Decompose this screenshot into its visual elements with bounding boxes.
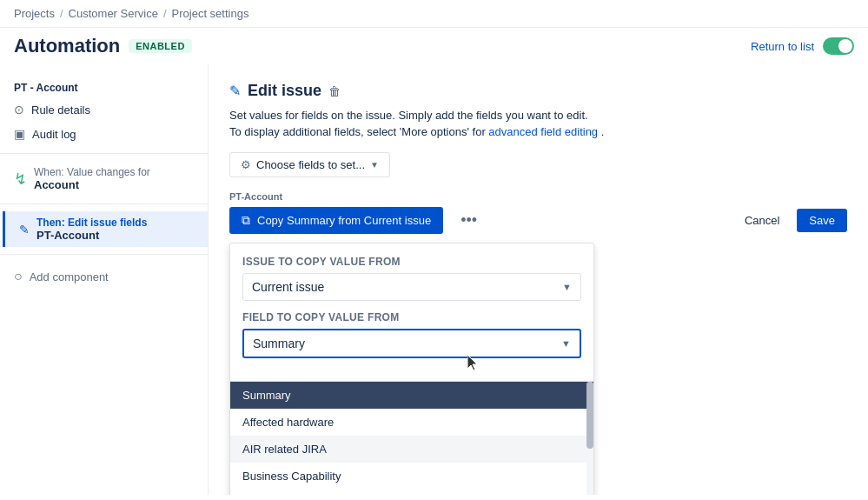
circle-icon: ⊙ (14, 103, 24, 117)
when-label: When: Value changes for (34, 166, 150, 178)
lightning-icon: ↯ (14, 170, 27, 189)
pt-account-label: PT-Account (229, 191, 720, 202)
copy-icon: ⧉ (242, 213, 250, 228)
sidebar-item-label: Rule details (31, 103, 90, 117)
field-value-select[interactable]: Summary ▼ (242, 329, 581, 358)
sidebar-when-component[interactable]: ↯ When: Value changes for Account (0, 161, 208, 197)
description-line1: Set values for fields on the issue. Simp… (229, 109, 847, 122)
dropdown-item-air-related[interactable]: AIR related JIRA (230, 436, 593, 463)
breadcrumb-project-settings[interactable]: Project settings (172, 7, 249, 20)
field-to-copy-label: Field to copy value from (242, 311, 581, 323)
field-value: Summary (253, 337, 305, 350)
automation-toggle[interactable] (823, 37, 854, 55)
sidebar-item-rule-details[interactable]: ⊙ Rule details (0, 97, 208, 122)
dropdown-list: Summary Affected hardware AIR related JI… (230, 381, 593, 495)
current-issue-value: Current issue (252, 280, 324, 294)
return-to-list-link[interactable]: Return to list (751, 40, 814, 53)
pencil-sidebar-icon: ✎ (19, 223, 30, 237)
breadcrumb-projects[interactable]: Projects (14, 7, 55, 20)
when-sub: Account (34, 178, 150, 191)
action-buttons: Cancel Save (734, 191, 847, 232)
description-line2: To display additional fields, select 'Mo… (229, 125, 847, 138)
advanced-field-editing-link[interactable]: advanced field editing (488, 125, 598, 138)
pencil-header-icon: ✎ (229, 83, 241, 99)
edit-issue-title: Edit issue (248, 82, 321, 100)
breadcrumb-sep-2: / (163, 7, 167, 20)
cancel-button[interactable]: Cancel (734, 209, 790, 232)
copy-summary-button[interactable]: ⧉ Copy Summary from Current issue (229, 207, 443, 234)
gear-icon: ⚙ (241, 158, 251, 171)
dropdown-item-business-capability[interactable]: Business Capability (230, 463, 593, 490)
caret-down-icon: ▼ (562, 282, 572, 292)
dropdown-panel: Issue to copy value from Current issue ▼… (229, 243, 594, 495)
field-caret-icon: ▼ (561, 338, 571, 349)
page-title: Automation (14, 35, 120, 57)
page-header: Automation ENABLED Return to list (0, 28, 868, 64)
issue-to-copy-label: Issue to copy value from (242, 256, 581, 268)
dropdown-item-case[interactable]: Case (230, 490, 593, 495)
sidebar-item-label: Audit log (32, 128, 76, 141)
scrollbar-track[interactable] (586, 382, 593, 495)
save-button[interactable]: Save (797, 209, 847, 232)
chevron-down-icon: ▼ (370, 160, 379, 170)
choose-fields-button[interactable]: ⚙ Choose fields to set... ▼ (229, 152, 390, 177)
sidebar-then-component[interactable]: ✎ Then: Edit issue fields PT-Account (3, 211, 208, 247)
sidebar: PT - Account ⊙ Rule details ▣ Audit log … (0, 64, 209, 495)
current-issue-select[interactable]: Current issue ▼ (242, 273, 581, 301)
trash-icon[interactable]: 🗑 (328, 84, 341, 98)
dropdown-item-summary[interactable]: Summary (230, 382, 593, 409)
dropdown-item-affected-hardware[interactable]: Affected hardware (230, 409, 593, 436)
sidebar-section-title: PT - Account (0, 75, 208, 97)
breadcrumb-customer-service[interactable]: Customer Service (69, 7, 158, 20)
top-nav: Projects / Customer Service / Project se… (0, 0, 868, 28)
enabled-badge: ENABLED (129, 39, 192, 53)
audit-icon: ▣ (14, 127, 25, 141)
breadcrumb-sep-1: / (60, 7, 63, 20)
more-options-icon[interactable]: ••• (457, 208, 480, 233)
main-content: ✎ Edit issue 🗑 Set values for fields on … (209, 64, 868, 495)
add-component-btn[interactable]: ○ Add component (0, 262, 208, 291)
then-label: Then: Edit issue fields (36, 217, 147, 229)
add-circle-icon: ○ (14, 269, 23, 284)
choose-fields-label: Choose fields to set... (256, 158, 365, 171)
sidebar-item-audit-log[interactable]: ▣ Audit log (0, 122, 208, 146)
scrollbar-thumb (586, 382, 593, 449)
then-sub: PT-Account (36, 229, 147, 242)
